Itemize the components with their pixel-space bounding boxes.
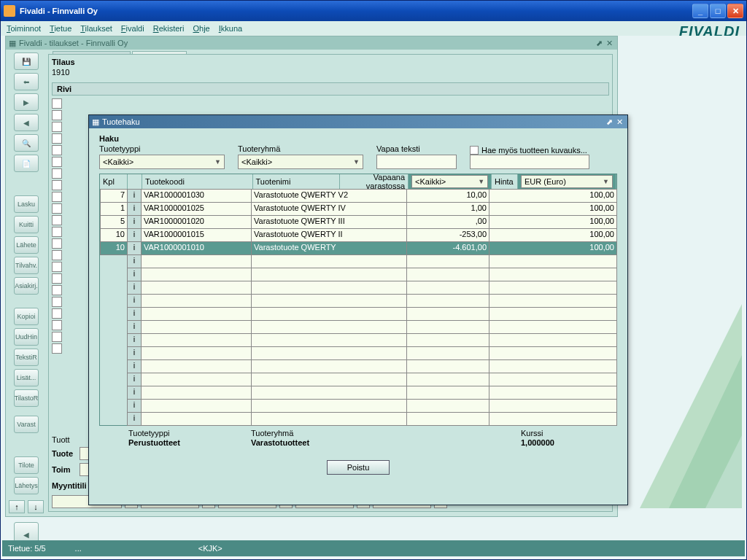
- info-button[interactable]: i: [127, 268, 142, 281]
- rivi-checkbox[interactable]: [52, 227, 62, 237]
- info-button[interactable]: i: [127, 359, 142, 373]
- vapaa-teksti-input[interactable]: [376, 155, 457, 169]
- btn-lahetys[interactable]: Lähetys: [14, 477, 39, 494]
- tuotetyyppi-select[interactable]: <Kaikki>▼: [99, 155, 225, 169]
- rivi-checkbox[interactable]: [52, 308, 62, 319]
- maximize-button[interactable]: □: [710, 4, 726, 18]
- cell-code[interactable]: VAR1000001015: [141, 228, 252, 242]
- rivi-checkbox[interactable]: [52, 192, 62, 202]
- info-button[interactable]: i: [127, 307, 142, 321]
- btn-asiakirj[interactable]: Asiakirj.: [14, 277, 39, 295]
- cell-name[interactable]: Varastotuote QWERTY IV: [251, 202, 407, 216]
- menu-ohje[interactable]: Ohje: [193, 24, 209, 33]
- arrow-down-button[interactable]: ↓: [28, 500, 44, 513]
- dialog-close-icon[interactable]: ✕: [614, 117, 624, 127]
- info-button[interactable]: i: [127, 399, 142, 413]
- rivi-checkbox[interactable]: [52, 180, 62, 190]
- info-button[interactable]: i: [127, 254, 142, 268]
- cell-kpl[interactable]: 7: [100, 189, 128, 203]
- rivi-checkbox[interactable]: [52, 285, 62, 295]
- btn-uudhin[interactable]: UudHin: [14, 328, 39, 346]
- info-button[interactable]: i: [127, 294, 142, 308]
- btn-lasku[interactable]: Lasku: [14, 195, 39, 213]
- dialog-maximize-icon[interactable]: ⬈: [604, 117, 614, 127]
- rivi-checkbox[interactable]: [52, 273, 62, 284]
- rivi-checkbox[interactable]: [52, 343, 62, 354]
- info-button[interactable]: i: [127, 241, 142, 255]
- rivi-checkbox[interactable]: [52, 203, 62, 214]
- rivi-checkbox[interactable]: [52, 297, 62, 307]
- btn-tilote[interactable]: Tilote: [14, 456, 39, 474]
- info-button[interactable]: i: [127, 386, 142, 400]
- menu-rekisteri[interactable]: Rekisteri: [153, 24, 185, 33]
- cell-name[interactable]: Varastotuote QWERTY: [251, 241, 407, 255]
- hae-kuvaus-checkbox[interactable]: [470, 146, 479, 155]
- info-button[interactable]: i: [127, 202, 142, 216]
- hinta-select[interactable]: EUR (Euro)▼: [521, 175, 613, 188]
- cell-kpl[interactable]: 10: [100, 241, 128, 255]
- rivi-checkbox[interactable]: [52, 332, 62, 342]
- cell-code[interactable]: VAR1000001030: [141, 189, 252, 203]
- btn-varast[interactable]: Varast: [14, 416, 39, 433]
- rivi-checkbox[interactable]: [52, 122, 62, 132]
- rivi-checkbox[interactable]: [52, 98, 62, 109]
- btn-tilvahv[interactable]: Tilvahv.: [14, 257, 39, 274]
- cell-code[interactable]: VAR1000001025: [141, 202, 252, 216]
- info-button[interactable]: i: [127, 320, 142, 334]
- table-row[interactable]: 10iVAR1000001015Varastotuote QWERTY II-2…: [100, 228, 616, 241]
- poistu-button[interactable]: Poistu: [327, 460, 390, 475]
- rivi-checkbox[interactable]: [52, 145, 62, 155]
- cell-name[interactable]: Varastotuote QWERTY II: [251, 228, 407, 242]
- cell-code[interactable]: VAR1000001010: [141, 241, 252, 255]
- info-button[interactable]: i: [127, 412, 142, 426]
- minimize-button[interactable]: _: [692, 4, 708, 18]
- info-button[interactable]: i: [127, 281, 142, 295]
- toolbar-play-icon[interactable]: ▶: [14, 93, 39, 111]
- menu-toiminnot[interactable]: Toiminnot: [7, 24, 41, 33]
- cell-code[interactable]: VAR1000001020: [141, 215, 252, 229]
- internal-close-icon[interactable]: ✕: [604, 39, 614, 48]
- toolbar-zoom-icon[interactable]: 🔍: [14, 134, 39, 152]
- toolbar-doc-icon[interactable]: 📄: [14, 155, 39, 172]
- cell-name[interactable]: Varastotuote QWERTY V2: [251, 189, 407, 203]
- table-row[interactable]: 5iVAR1000001020Varastotuote QWERTY III,0…: [100, 215, 616, 228]
- menu-tietue[interactable]: Tietue: [50, 24, 71, 33]
- cell-kpl[interactable]: 5: [100, 215, 128, 229]
- close-button[interactable]: ✕: [727, 4, 743, 18]
- info-button[interactable]: i: [127, 346, 142, 360]
- toolbar-save-icon[interactable]: 💾: [14, 52, 39, 70]
- table-row[interactable]: 10iVAR1000001010Varastotuote QWERTY-4.60…: [100, 241, 616, 254]
- tuoteryhma-select[interactable]: <Kaikki>▼: [238, 155, 363, 169]
- btn-tekstir[interactable]: TekstiR: [14, 349, 39, 366]
- info-button[interactable]: i: [127, 189, 142, 203]
- btn-kopioi[interactable]: Kopioi: [14, 308, 39, 325]
- table-row[interactable]: 1iVAR1000001025Varastotuote QWERTY IV1,0…: [100, 202, 616, 215]
- rivi-checkbox[interactable]: [52, 320, 62, 330]
- info-button[interactable]: i: [127, 215, 142, 229]
- toolbar-rewind-icon[interactable]: ◀: [14, 114, 39, 131]
- btn-lisat[interactable]: Lisät...: [14, 369, 39, 386]
- rivi-checkbox[interactable]: [52, 250, 62, 260]
- internal-maximize-icon[interactable]: ⬈: [594, 39, 604, 48]
- table-row[interactable]: 7iVAR1000001030Varastotuote QWERTY V210,…: [100, 189, 616, 202]
- rivi-checkbox[interactable]: [52, 110, 62, 120]
- btn-lahete[interactable]: Lähete: [14, 236, 39, 254]
- rivi-checkbox[interactable]: [52, 157, 62, 167]
- btn-tilastor[interactable]: TilastoR: [14, 389, 39, 407]
- arrow-up-button[interactable]: ↑: [9, 500, 25, 513]
- menu-ikkuna[interactable]: Ikkuna: [219, 24, 242, 33]
- cell-kpl[interactable]: 10: [100, 228, 128, 242]
- cell-name[interactable]: Varastotuote QWERTY III: [251, 215, 407, 229]
- rivi-checkbox[interactable]: [52, 168, 62, 179]
- rivi-checkbox[interactable]: [52, 215, 62, 225]
- info-button[interactable]: i: [127, 333, 142, 347]
- rivi-checkbox[interactable]: [52, 238, 62, 249]
- btn-kuitti[interactable]: Kuitti: [14, 216, 39, 233]
- menu-tilaukset[interactable]: Tilaukset: [80, 24, 112, 33]
- vapaana-select[interactable]: <Kaikki>▼: [411, 175, 488, 188]
- menu-fivaldi[interactable]: Fivaldi: [121, 24, 144, 33]
- cell-kpl[interactable]: 1: [100, 202, 128, 216]
- info-button[interactable]: i: [127, 373, 142, 386]
- hae-kuvaus-input[interactable]: [470, 155, 589, 169]
- info-button[interactable]: i: [127, 228, 142, 242]
